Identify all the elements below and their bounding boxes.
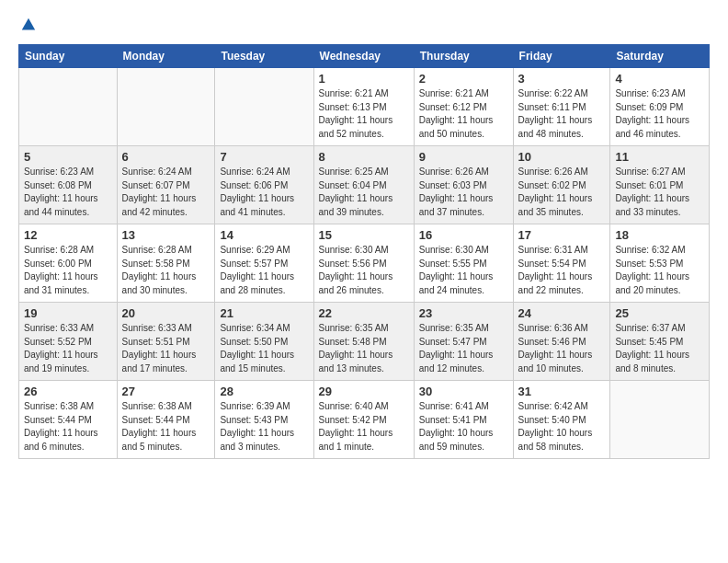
day-info: Sunrise: 6:29 AMSunset: 5:57 PMDaylight:… [220,244,308,297]
day-cell: 26Sunrise: 6:38 AMSunset: 5:44 PMDayligh… [19,381,118,459]
day-info: Sunrise: 6:21 AMSunset: 6:12 PMDaylight:… [419,87,508,141]
day-cell [19,68,118,146]
day-number: 7 [220,150,308,164]
day-info: Sunrise: 6:28 AMSunset: 6:00 PMDaylight:… [24,244,112,297]
day-number: 1 [319,72,409,86]
day-info: Sunrise: 6:23 AMSunset: 6:08 PMDaylight:… [24,166,112,219]
day-info: Sunrise: 6:33 AMSunset: 5:51 PMDaylight:… [122,322,210,375]
day-cell: 5Sunrise: 6:23 AMSunset: 6:08 PMDaylight… [19,146,118,224]
day-info: Sunrise: 6:38 AMSunset: 5:44 PMDaylight:… [24,400,112,454]
week-row-4: 19Sunrise: 6:33 AMSunset: 5:52 PMDayligh… [19,303,710,381]
day-info: Sunrise: 6:30 AMSunset: 5:56 PMDaylight:… [319,244,409,297]
day-cell [610,381,710,459]
day-info: Sunrise: 6:24 AMSunset: 6:06 PMDaylight:… [220,166,308,219]
day-number: 15 [319,228,409,242]
day-number: 29 [319,385,409,398]
day-cell: 6Sunrise: 6:24 AMSunset: 6:07 PMDaylight… [117,146,215,224]
day-cell: 25Sunrise: 6:37 AMSunset: 5:45 PMDayligh… [610,303,710,381]
col-header-sunday: Sunday [19,45,118,68]
col-header-saturday: Saturday [610,45,710,68]
day-info: Sunrise: 6:33 AMSunset: 5:52 PMDaylight:… [24,322,112,375]
day-number: 4 [615,72,704,86]
day-number: 13 [122,228,210,242]
day-cell: 11Sunrise: 6:27 AMSunset: 6:01 PMDayligh… [610,146,710,224]
day-cell: 23Sunrise: 6:35 AMSunset: 5:47 PMDayligh… [414,303,513,381]
day-cell: 16Sunrise: 6:30 AMSunset: 5:55 PMDayligh… [414,224,513,303]
day-info: Sunrise: 6:28 AMSunset: 5:58 PMDaylight:… [122,244,210,297]
day-number: 30 [419,385,508,398]
day-info: Sunrise: 6:34 AMSunset: 5:50 PMDaylight:… [220,322,308,375]
day-number: 24 [518,306,606,320]
day-cell [117,68,215,146]
day-info: Sunrise: 6:22 AMSunset: 6:11 PMDaylight:… [518,87,606,141]
day-info: Sunrise: 6:32 AMSunset: 5:53 PMDaylight:… [615,244,704,297]
day-number: 18 [615,228,704,242]
day-info: Sunrise: 6:35 AMSunset: 5:47 PMDaylight:… [419,322,508,375]
day-cell: 24Sunrise: 6:36 AMSunset: 5:46 PMDayligh… [513,303,610,381]
day-cell: 9Sunrise: 6:26 AMSunset: 6:03 PMDaylight… [414,146,513,224]
day-info: Sunrise: 6:31 AMSunset: 5:54 PMDaylight:… [518,244,606,297]
col-header-friday: Friday [513,45,610,68]
day-number: 9 [419,150,508,164]
day-cell: 20Sunrise: 6:33 AMSunset: 5:51 PMDayligh… [117,303,215,381]
day-cell: 21Sunrise: 6:34 AMSunset: 5:50 PMDayligh… [215,303,313,381]
svg-marker-0 [22,18,35,30]
day-cell: 1Sunrise: 6:21 AMSunset: 6:13 PMDaylight… [313,68,414,146]
week-row-1: 1Sunrise: 6:21 AMSunset: 6:13 PMDaylight… [19,68,710,146]
day-info: Sunrise: 6:21 AMSunset: 6:13 PMDaylight:… [319,87,409,141]
day-number: 26 [24,385,112,398]
day-number: 11 [615,150,704,164]
day-number: 19 [24,306,112,320]
day-number: 20 [122,306,210,320]
day-cell [215,68,313,146]
day-info: Sunrise: 6:27 AMSunset: 6:01 PMDaylight:… [615,166,704,219]
day-cell: 13Sunrise: 6:28 AMSunset: 5:58 PMDayligh… [117,224,215,303]
day-info: Sunrise: 6:39 AMSunset: 5:43 PMDaylight:… [220,400,308,454]
day-cell: 8Sunrise: 6:25 AMSunset: 6:04 PMDaylight… [313,146,414,224]
day-info: Sunrise: 6:36 AMSunset: 5:46 PMDaylight:… [518,322,606,375]
day-info: Sunrise: 6:25 AMSunset: 6:04 PMDaylight:… [319,166,409,219]
day-number: 17 [518,228,606,242]
day-number: 5 [24,150,112,164]
page-container: SundayMondayTuesdayWednesdayThursdayFrid… [0,0,728,468]
day-cell: 3Sunrise: 6:22 AMSunset: 6:11 PMDaylight… [513,68,610,146]
col-header-wednesday: Wednesday [313,45,414,68]
day-cell: 29Sunrise: 6:40 AMSunset: 5:42 PMDayligh… [313,381,414,459]
day-number: 22 [319,306,409,320]
day-cell: 30Sunrise: 6:41 AMSunset: 5:41 PMDayligh… [414,381,513,459]
day-info: Sunrise: 6:26 AMSunset: 6:03 PMDaylight:… [419,166,508,219]
day-info: Sunrise: 6:24 AMSunset: 6:07 PMDaylight:… [122,166,210,219]
day-number: 21 [220,306,308,320]
day-cell: 18Sunrise: 6:32 AMSunset: 5:53 PMDayligh… [610,224,710,303]
col-header-tuesday: Tuesday [215,45,313,68]
day-number: 3 [518,72,606,86]
day-cell: 22Sunrise: 6:35 AMSunset: 5:48 PMDayligh… [313,303,414,381]
day-cell: 28Sunrise: 6:39 AMSunset: 5:43 PMDayligh… [215,381,313,459]
day-number: 14 [220,228,308,242]
day-number: 2 [419,72,508,86]
day-number: 8 [319,150,409,164]
day-number: 10 [518,150,606,164]
day-info: Sunrise: 6:23 AMSunset: 6:09 PMDaylight:… [615,87,704,141]
day-cell: 17Sunrise: 6:31 AMSunset: 5:54 PMDayligh… [513,224,610,303]
day-info: Sunrise: 6:40 AMSunset: 5:42 PMDaylight:… [319,400,409,454]
col-header-thursday: Thursday [414,45,513,68]
day-number: 16 [419,228,508,242]
day-cell: 7Sunrise: 6:24 AMSunset: 6:06 PMDaylight… [215,146,313,224]
day-number: 25 [615,306,704,320]
day-info: Sunrise: 6:35 AMSunset: 5:48 PMDaylight:… [319,322,409,375]
day-cell: 15Sunrise: 6:30 AMSunset: 5:56 PMDayligh… [313,224,414,303]
week-row-5: 26Sunrise: 6:38 AMSunset: 5:44 PMDayligh… [19,381,710,459]
logo-icon [20,17,37,33]
day-cell: 31Sunrise: 6:42 AMSunset: 5:40 PMDayligh… [513,381,610,459]
day-number: 23 [419,306,508,320]
calendar-header-row: SundayMondayTuesdayWednesdayThursdayFrid… [19,45,710,68]
day-info: Sunrise: 6:37 AMSunset: 5:45 PMDaylight:… [615,322,704,375]
day-number: 28 [220,385,308,398]
day-cell: 19Sunrise: 6:33 AMSunset: 5:52 PMDayligh… [19,303,118,381]
week-row-3: 12Sunrise: 6:28 AMSunset: 6:00 PMDayligh… [19,224,710,303]
day-info: Sunrise: 6:42 AMSunset: 5:40 PMDaylight:… [518,400,606,454]
day-cell: 27Sunrise: 6:38 AMSunset: 5:44 PMDayligh… [117,381,215,459]
day-number: 31 [518,385,606,398]
logo [18,17,37,33]
